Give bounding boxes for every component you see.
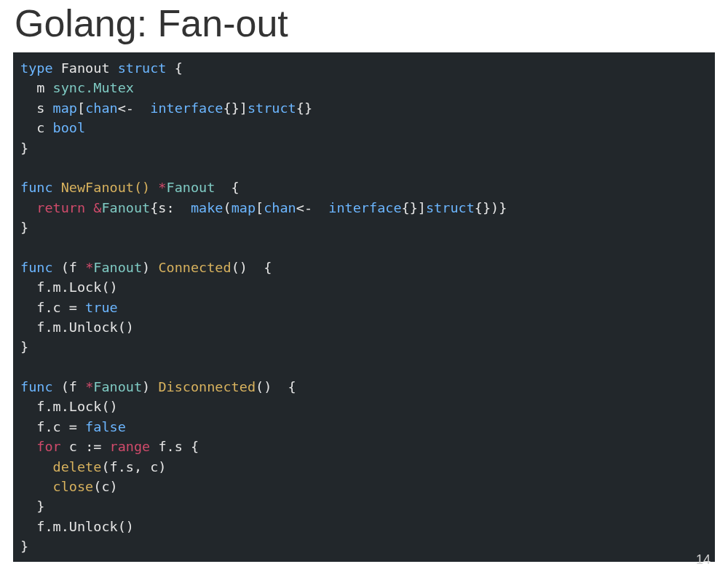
code-token: Connected [158,260,231,275]
code-token: (f [53,260,86,275]
slide-container: Golang: Fan-out type Fanout struct { m s… [0,0,728,572]
code-token: bool [53,120,86,135]
code-token: } [20,339,28,354]
code-token: false [85,419,126,434]
code-token: interface [312,200,402,215]
code-token [20,479,53,494]
code-token: * [158,180,166,195]
code-token: Fanout [93,379,142,394]
code-token: make [191,200,223,215]
code-token: interface [134,100,223,116]
code-token: {})} [475,200,507,215]
code-token: func [20,260,53,275]
code-token: () { [256,379,296,394]
code-token: Disconnected [158,379,256,394]
code-token: s [20,100,53,116]
code-token: return [36,200,85,215]
code-token: f.m.Unlock() [20,319,134,335]
code-token: } [20,140,28,156]
page-number: 14 [696,552,711,568]
code-token: {s: [150,200,191,215]
code-token: { [215,180,239,195]
code-token: true [85,300,118,315]
code-token: * [85,260,93,275]
code-token [20,459,53,474]
code-token: m [20,80,53,95]
code-token: struct [118,60,167,76]
code-token: f.c = [20,419,85,434]
code-token: () { [232,260,272,275]
code-token: ( [223,200,231,215]
slide-title: Golang: Fan-out [0,0,728,52]
code-token: ] [418,200,426,215]
code-token: NewFanout() [53,180,159,195]
code-token: ) [142,260,158,275]
code-token: range [110,439,151,454]
code-token: f.m.Lock() [20,399,118,414]
code-token: } [20,498,44,514]
code-token: func [20,180,53,195]
code-token: chan [264,200,296,215]
code-token: ) [142,379,158,394]
code-token: struct [426,200,475,215]
code-token: f.c = [20,300,85,315]
code-token: map [232,200,256,215]
code-token: * [85,379,93,394]
code-token: [ [77,100,85,116]
code-token: [ [256,200,264,215]
code-token: {} [223,100,240,116]
code-token: (f [53,379,86,394]
code-block: type Fanout struct { m sync.Mutex s map[… [13,52,715,562]
code-token: c [61,439,85,454]
code-token: } [20,539,28,554]
code-token: } [20,220,28,235]
code-token: <- [296,200,312,215]
code-token [20,439,36,454]
code-token: f.s { [150,439,199,454]
code-token: f.m.Unlock() [20,519,134,534]
code-token: ] [240,100,248,116]
code-token: & [93,200,101,215]
code-token: for [36,439,60,454]
code-token: { [167,60,183,76]
code-token: struct [248,100,296,116]
code-token: <- [118,100,134,116]
code-token: Fanout [101,200,150,215]
code-token: chan [85,100,118,116]
code-token [101,439,109,454]
code-token [20,200,36,215]
code-token: := [85,439,101,454]
code-token: sync.Mutex [53,80,134,95]
code-token: {} [402,200,418,215]
code-token: type [20,60,53,76]
code-token: (f.s, c) [101,459,166,474]
code-token: Fanout [53,60,118,76]
code-token: close [53,479,94,494]
code-token: delete [53,459,102,474]
code-token: (c) [93,479,117,494]
code-token [85,200,93,215]
code-token: func [20,379,53,394]
code-token: f.m.Lock() [20,279,118,295]
code-token: map [53,100,77,116]
code-token: {} [296,100,312,116]
code-token: Fanout [167,180,215,195]
code-token: c [20,120,53,135]
code-token: Fanout [93,260,142,275]
